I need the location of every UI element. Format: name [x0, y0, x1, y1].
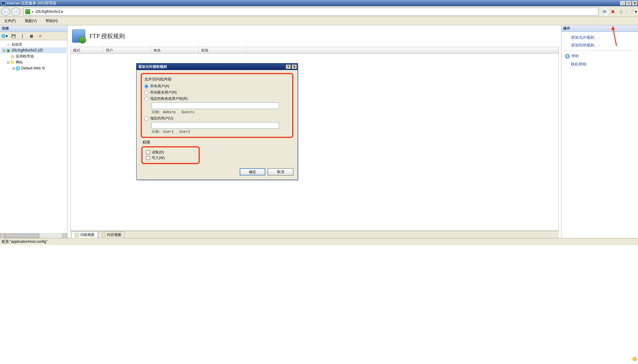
separator-icon: | [19, 33, 26, 39]
app-icon [1, 1, 5, 5]
collapse-icon[interactable]: ⊟ [6, 60, 10, 64]
tab-features-view[interactable]: 功能视图 [72, 231, 98, 238]
col-user[interactable]: 用户 [103, 47, 151, 53]
globe-icon: 🌐 [1, 34, 6, 38]
window-maximize-button[interactable]: □ [626, 1, 631, 6]
scroll-left-icon[interactable] [0, 234, 5, 238]
radio-input[interactable] [144, 91, 148, 95]
home-button[interactable]: ⌂ [617, 8, 625, 15]
separator-icon [564, 50, 636, 51]
radio-users[interactable]: 指定的用户(U): [144, 116, 289, 121]
connections-tree[interactable]: ⌂起始页 ⊟▣iZfc3rgfh5vr5nZ (iZf ▤应用程序池 ⊟📁网站 … [0, 40, 67, 233]
save-icon: 💾 [11, 34, 16, 38]
window-close-button[interactable]: ✕ [632, 1, 637, 6]
section-label-permissions: 权限 [143, 140, 293, 145]
checkbox-icon[interactable] [146, 156, 150, 160]
scroll-thumb[interactable] [5, 234, 39, 238]
refresh-button[interactable]: ⟳ [601, 8, 608, 15]
radio-label: 所有匿名用户(N) [150, 90, 177, 95]
checkbox-write[interactable]: 写入(W) [146, 155, 195, 161]
help-dropdown-button[interactable]: ❔▾ [629, 8, 637, 15]
conn-grid-button[interactable]: ▦ [28, 33, 35, 39]
help-label: 帮助 [572, 54, 579, 59]
roles-input[interactable] [151, 102, 279, 109]
forward-button[interactable]: → [11, 7, 20, 16]
actions-body: 添加允许规则. . . 添加拒绝规则. . . ? 帮助 联机帮助 [561, 32, 638, 70]
radio-roles[interactable]: 指定的角色或用户组(R): [144, 96, 289, 101]
collapse-icon[interactable]: ⊟ [2, 49, 6, 52]
connections-scrollbar-h[interactable] [0, 233, 67, 238]
col-role[interactable]: 角色 [151, 47, 199, 53]
tree-node-apppools[interactable]: ▤应用程序池 [1, 53, 66, 59]
back-button[interactable]: ← [1, 7, 10, 16]
globe-icon: 🌐 [16, 66, 20, 71]
users-input[interactable] [151, 122, 279, 129]
tree-label: 起始页 [12, 42, 22, 47]
chevron-right-icon: ▸ [32, 10, 34, 14]
radio-anon-users[interactable]: 所有匿名用户(N) [144, 90, 289, 95]
actions-header: 操作 [561, 25, 638, 32]
radio-label: 指定的用户(U): [150, 116, 174, 121]
checkbox-icon[interactable] [146, 150, 150, 154]
tab-content-view[interactable]: 内容视图 [98, 231, 125, 238]
dialog-help-button[interactable]: ? [286, 64, 291, 69]
apppool-icon: ▤ [10, 54, 15, 59]
tree-node-startpage[interactable]: ⌂起始页 [1, 41, 66, 47]
page-title: FTP 授权规则 [89, 32, 125, 40]
scroll-right-icon[interactable] [62, 234, 67, 238]
grid-icon: ▦ [30, 34, 33, 38]
content-icon [102, 233, 106, 237]
section-label-access: 允许访问此内容: [144, 77, 289, 82]
tab-label: 功能视图 [80, 232, 95, 237]
col-mode[interactable]: 模式 [71, 47, 103, 53]
action-help[interactable]: ? 帮助 [564, 52, 636, 60]
radio-input[interactable] [144, 84, 148, 88]
menu-help[interactable]: 帮助(H) [44, 17, 60, 25]
conn-delete-button[interactable]: ⊘ [37, 33, 44, 39]
col-blank [247, 47, 558, 53]
radio-label: 所有用户(A) [150, 84, 169, 89]
window-titlebar: Internet 信息服务 (IIS)管理器 _ □ ✕ [0, 0, 638, 6]
watermark-logo [604, 355, 637, 363]
tree-node-sites[interactable]: ⊟📁网站 [1, 59, 66, 65]
address-box[interactable]: ▸ iZfc3rgfh5vr5nZ ▸ [23, 8, 598, 15]
expand-icon[interactable]: ⊞ [11, 66, 16, 70]
logo-icon [633, 357, 637, 361]
ftp-auth-icon [72, 29, 85, 43]
server-icon: ▣ [6, 48, 11, 53]
stop-button[interactable]: ✖ [609, 8, 617, 15]
menu-view[interactable]: 视图(V) [23, 17, 38, 25]
server-icon [25, 9, 30, 14]
window-title: Internet 信息服务 (IIS)管理器 [7, 1, 620, 6]
radio-input[interactable] [144, 116, 148, 121]
checkbox-read[interactable]: 读取(D) [146, 150, 195, 155]
conn-save-button[interactable]: 💾 [10, 33, 17, 39]
body: 连接 🌐▾ 💾 | ▦ ⊘ ⌂起始页 ⊟▣iZfc3rgfh5vr5nZ (iZ… [0, 25, 638, 238]
action-online-help[interactable]: 联机帮助 [564, 60, 636, 68]
ok-button[interactable]: 确定 [240, 168, 265, 175]
action-add-allow-rule[interactable]: 添加允许规则. . . [564, 34, 636, 41]
action-add-deny-rule[interactable]: 添加拒绝规则. . . [564, 41, 636, 49]
center-panel: FTP 授权规则 模式 用户 角色 权限 添加允许授权规则 ? ✕ 允许访问此内 [67, 25, 561, 238]
actions-panel: 操作 添加允许规则. . . 添加拒绝规则. . . ? 帮助 联机帮助 [561, 25, 638, 238]
dialog-titlebar[interactable]: 添加允许授权规则 ? ✕ [137, 63, 298, 70]
status-bar: 配置:"applicationHost.config" [0, 238, 638, 245]
cancel-button[interactable]: 取消 [268, 168, 293, 175]
dialog-close-button[interactable]: ✕ [292, 64, 297, 69]
radio-input[interactable] [144, 97, 148, 101]
radio-label: 指定的角色或用户组(R): [150, 96, 188, 101]
tree-node-server[interactable]: ⊟▣iZfc3rgfh5vr5nZ (iZf [1, 47, 66, 53]
empty-fill [0, 245, 638, 364]
conn-world-button[interactable]: 🌐▾ [1, 33, 8, 39]
connections-panel: 连接 🌐▾ 💾 | ▦ ⊘ ⌂起始页 ⊟▣iZfc3rgfh5vr5nZ (iZ… [0, 25, 67, 238]
menu-file[interactable]: 文件(F) [2, 17, 18, 25]
tree-node-default-site[interactable]: ⊞🌐Default Web Si [1, 65, 66, 71]
col-perm[interactable]: 权限 [199, 47, 247, 53]
window-minimize-button[interactable]: _ [620, 1, 625, 6]
users-hint: 示例: User1 、User2 [151, 129, 289, 134]
dialog-button-row: 确定 取消 [141, 168, 293, 175]
tree-label: iZfc3rgfh5vr5nZ (iZf [12, 48, 43, 52]
radio-all-users[interactable]: 所有用户(A) [144, 84, 289, 89]
tree-label: 应用程序池 [16, 54, 34, 59]
add-allow-rule-dialog: 添加允许授权规则 ? ✕ 允许访问此内容: 所有用户(A) 所有匿名用户(N) [136, 63, 298, 180]
